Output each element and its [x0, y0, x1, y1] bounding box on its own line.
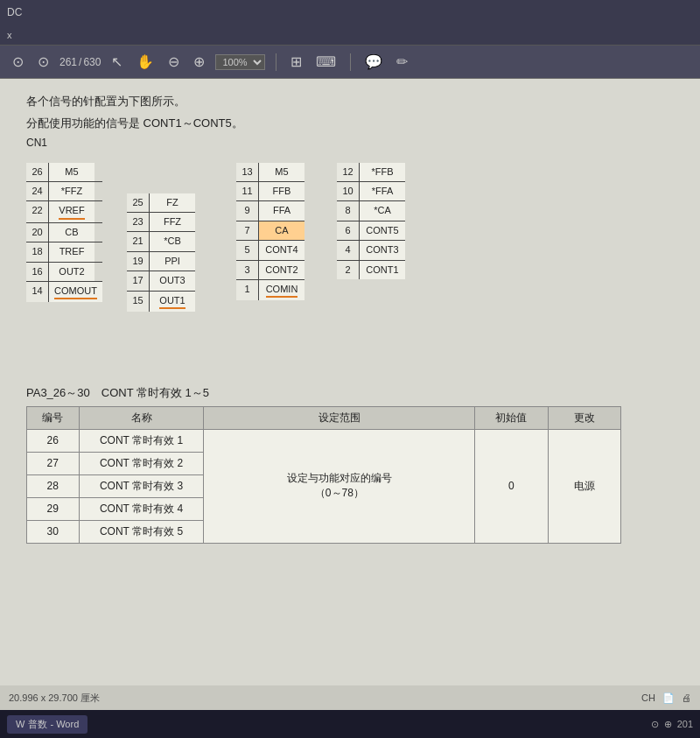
hand-tool[interactable]: ✋ — [133, 52, 158, 72]
doc-line2: 分配使用功能的信号是 CONT1～CONT5。 — [26, 115, 674, 133]
status-icon1: 📄 — [662, 692, 675, 704]
table-row: 18 TREF — [26, 242, 102, 262]
table-row: 25 FZ — [127, 193, 195, 213]
comout-label: COMOUT — [54, 285, 97, 299]
table-row: 13 M5 — [236, 163, 304, 182]
col-header-init: 初始值 — [475, 406, 548, 429]
page-total: 630 — [83, 56, 101, 68]
table-row: 15 OUT1 — [127, 292, 195, 312]
cell-num: 29 — [27, 497, 80, 520]
table-row: 12 *FFB — [337, 163, 405, 182]
zoom-out-button[interactable]: ⊖ — [164, 52, 183, 72]
cell-init: 0 — [475, 429, 548, 543]
edit-button[interactable]: ✏ — [393, 52, 411, 72]
connector-diagram: 26 M5 24 *FFZ 22 VREF 20 CB — [26, 154, 394, 382]
table-row: 3 CONT2 — [236, 261, 304, 280]
section-title: PA3_26～30 CONT 常时有效 1～5 — [26, 385, 674, 401]
table-row: 10 *FFA — [337, 182, 405, 201]
table-row: 20 CB — [26, 223, 102, 242]
cell-name: CONT 常时有效 2 — [79, 452, 204, 474]
page-separator: / — [79, 56, 81, 68]
table-row: 7 CA — [236, 221, 304, 241]
fit-page-button[interactable]: ⊞ — [287, 52, 305, 72]
cell-name: CONT 常时有效 1 — [79, 429, 204, 452]
cn-label: CN1 — [26, 137, 674, 149]
status-lang: CH — [641, 692, 655, 704]
toolbar-divider — [276, 53, 276, 71]
table-row: 23 FFZ — [127, 213, 195, 232]
doc-line1: 各个信号的针配置为下图所示。 — [26, 93, 674, 111]
col-header-range: 设定范围 — [204, 406, 475, 429]
table-row: 26 CONT 常时有效 1 设定与功能对应的编号（0～78） 0 电源 — [27, 429, 621, 452]
comin-label: COMIN — [266, 283, 298, 298]
center-connector: 13 M5 11 FFB 9 FFA 7 CA — [236, 163, 304, 301]
taskbar-time: 201 — [677, 719, 693, 729]
table-row: 21 *CB — [127, 232, 195, 251]
cell-num: 26 — [27, 429, 80, 452]
table-row: 19 PPI — [127, 252, 195, 271]
page-info: 261 / 630 — [60, 56, 101, 68]
toolbar-divider2 — [350, 53, 351, 71]
toolbar: ⊙ ⊙ 261 / 630 ↖ ✋ ⊖ ⊕ 100% 75% 150% ⊞ ⌨ … — [0, 46, 700, 79]
table-row: 24 *FFZ — [26, 182, 102, 201]
status-bar: 20.996 x 29.700 厘米 CH 📄 🖨 — [0, 685, 700, 710]
cell-num: 28 — [27, 474, 80, 497]
cell-name: CONT 常时有效 5 — [79, 520, 204, 543]
app-title: DC — [7, 6, 22, 18]
cell-num: 27 — [27, 452, 80, 474]
table-row: 1 COMIN — [236, 280, 304, 300]
taskbar-word[interactable]: W 普数 - Word — [7, 715, 88, 734]
taskbar-right: ⊙ ⊕ 201 — [651, 719, 693, 730]
col-header-num: 编号 — [27, 406, 80, 429]
page-current: 261 — [60, 56, 77, 68]
status-icon2: 🖨 — [682, 692, 691, 704]
table-row: 26 M5 — [26, 163, 102, 182]
tab-bar: x — [0, 25, 700, 46]
content-area: 各个信号的针配置为下图所示。 分配使用功能的信号是 CONT1～CONT5。 C… — [0, 79, 700, 710]
right-connector: 12 *FFB 10 *FFA 8 *CA 6 CONT5 — [337, 163, 405, 279]
cell-range: 设定与功能对应的编号（0～78） — [204, 429, 475, 543]
status-right: CH 📄 🖨 — [641, 692, 691, 704]
out1-label: OUT1 — [159, 294, 185, 309]
table-row: 6 CONT5 — [337, 221, 405, 241]
tab-close[interactable]: x — [7, 30, 12, 40]
left-connector: 26 M5 24 *FFZ 22 VREF 20 CB — [26, 163, 102, 303]
table-row: 17 OUT3 — [127, 271, 195, 291]
keyboard-button[interactable]: ⌨ — [312, 52, 340, 72]
scroll-up-button[interactable]: ⊙ — [9, 52, 27, 72]
cell-change: 电源 — [548, 429, 620, 543]
zoom-in-button[interactable]: ⊕ — [190, 52, 208, 72]
table-row: 5 CONT4 — [236, 241, 304, 260]
table-row: 22 VREF — [26, 201, 102, 222]
cell-name: CONT 常时有效 3 — [79, 474, 204, 497]
screen: DC x ⊙ ⊙ 261 / 630 ↖ ✋ ⊖ ⊕ 100% 75% 150%… — [0, 0, 700, 738]
title-bar: DC — [0, 0, 700, 25]
pointer-tool[interactable]: ↖ — [108, 52, 126, 72]
data-table: 编号 名称 设定范围 初始值 更改 26 CONT 常时有效 1 设定与功能对应… — [26, 406, 621, 544]
status-dimensions: 20.996 x 29.700 厘米 — [9, 692, 100, 705]
cell-num: 30 — [27, 520, 80, 543]
col-header-name: 名称 — [79, 406, 204, 429]
taskbar-indicator1: ⊙ — [651, 719, 659, 730]
table-row: 9 FFA — [236, 201, 304, 221]
table-row: 16 OUT2 — [26, 263, 102, 282]
taskbar-app-label: 普数 - Word — [28, 718, 79, 731]
vref-label: VREF — [59, 204, 84, 219]
table-row: 8 *CA — [337, 201, 405, 221]
zoom-select[interactable]: 100% 75% 150% — [215, 54, 265, 70]
table-row: 11 FFB — [236, 182, 304, 201]
table-row: 2 CONT1 — [337, 261, 405, 279]
col-header-change: 更改 — [548, 406, 620, 429]
taskbar: W 普数 - Word ⊙ ⊕ 201 — [0, 710, 700, 738]
mid-connector: 25 FZ 23 FFZ 21 *CB 19 PPI — [127, 193, 195, 312]
comment-button[interactable]: 💬 — [361, 52, 386, 72]
cell-name: CONT 常时有效 4 — [79, 497, 204, 520]
table-row: 4 CONT3 — [337, 241, 405, 260]
taskbar-indicator2: ⊕ — [664, 719, 672, 730]
scroll-down-button[interactable]: ⊙ — [34, 52, 52, 72]
taskbar-app-icon: W — [16, 719, 24, 729]
table-row: 14 COMOUT — [26, 282, 102, 302]
